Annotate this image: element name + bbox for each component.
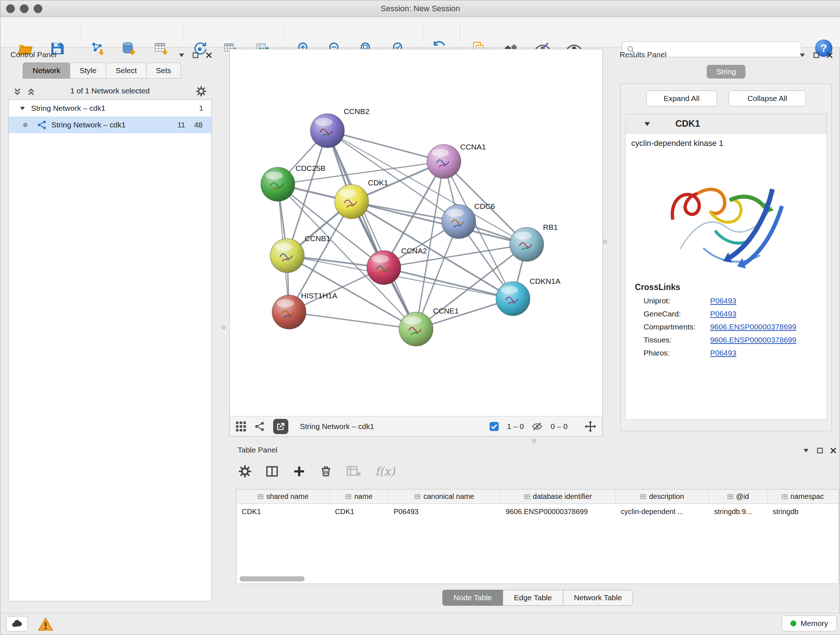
table-toolbar: f(x) [238, 460, 395, 483]
scrollbar-thumb[interactable] [240, 576, 305, 581]
panel-float-icon[interactable] [813, 52, 820, 59]
crosslink-label: Compartments: [644, 323, 710, 331]
gear-icon[interactable] [196, 86, 207, 97]
network-row-selected[interactable]: String Network – cdk1 11 48 [9, 117, 211, 133]
node-count: 11 [177, 120, 185, 129]
window-title: Session: New Session [0, 0, 840, 17]
splitter-handle[interactable] [603, 240, 607, 244]
edge-count: 48 [194, 120, 202, 129]
gene-section-header[interactable]: CDK1 [625, 114, 827, 134]
toolbar-separator [423, 22, 423, 42]
pan-crosshair-icon[interactable] [584, 420, 597, 432]
uniprot-link[interactable]: P06493 [710, 296, 736, 305]
collection-count: 1 [199, 104, 203, 112]
grid-view-icon[interactable] [235, 421, 246, 432]
window-minimize-button[interactable] [20, 4, 28, 13]
node-label: CDKN1A [530, 277, 561, 285]
column-header[interactable]: canonical name [388, 489, 501, 504]
pharos-link[interactable]: P06493 [710, 348, 736, 357]
panel-close-icon[interactable] [830, 447, 837, 454]
column-header[interactable]: description [616, 489, 709, 504]
cell-database-identifier[interactable]: 9606.ENSP00000378699 [501, 504, 616, 519]
node-label: CDC6 [474, 202, 495, 211]
crosslink-label: Tissues: [644, 336, 710, 344]
window-zoom-button[interactable] [34, 4, 42, 13]
tab-network[interactable]: Network [23, 63, 70, 79]
cell-description[interactable]: cyclin-dependent ... [616, 504, 709, 519]
toolbar-separator [182, 22, 183, 42]
tab-sets[interactable]: Sets [146, 63, 181, 79]
section-collapse-icon[interactable] [643, 119, 652, 128]
node-label: CCNA2 [401, 247, 427, 255]
protein-structure-image [657, 155, 795, 277]
control-panel-title: Control Panel [11, 50, 57, 59]
panel-collapse-icon[interactable] [178, 51, 186, 59]
network-collection-row[interactable]: String Network – cdk1 1 [9, 100, 211, 117]
collapse-all-button[interactable]: Collapse All [729, 90, 806, 106]
selected-checkbox-icon[interactable] [489, 421, 499, 432]
traffic-lights [6, 4, 42, 13]
node-label: CDK1 [368, 179, 388, 187]
table-row[interactable]: CDK1 CDK1 P06493 9606.ENSP00000378699 cy… [237, 504, 838, 519]
column-header[interactable]: @id [709, 489, 767, 504]
column-header[interactable]: name [330, 489, 388, 504]
string-tab-badge[interactable]: String [707, 65, 745, 79]
table-header-row: shared name name canonical name database… [237, 489, 838, 504]
toolbar-separator [460, 22, 460, 42]
node-label: CCNE1 [433, 307, 459, 315]
cell-id[interactable]: stringdb:9... [709, 504, 767, 519]
tree-expander-icon[interactable] [19, 105, 26, 112]
tab-node-table[interactable]: Node Table [442, 590, 503, 606]
network-edge [289, 312, 416, 329]
toolbar-separator [81, 22, 81, 42]
panel-float-icon[interactable] [192, 52, 199, 59]
column-header[interactable]: shared name [237, 489, 330, 504]
network-overview-icon[interactable] [254, 421, 265, 432]
panel-close-icon[interactable] [205, 52, 212, 59]
tab-style[interactable]: Style [70, 63, 106, 79]
warning-icon[interactable] [38, 617, 53, 632]
tab-select[interactable]: Select [106, 63, 147, 79]
panel-collapse-icon[interactable] [802, 447, 810, 454]
compartments-link[interactable]: 9606.ENSP00000378699 [710, 323, 796, 331]
cell-canonical-name[interactable]: P06493 [388, 504, 501, 519]
network-list: String Network – cdk1 1 String Network –… [8, 100, 212, 601]
node-table: shared name name canonical name database… [236, 489, 839, 584]
table-settings-gear-icon[interactable] [238, 465, 251, 478]
panel-float-icon[interactable] [816, 447, 823, 454]
table-panel: Table Panel f(x) shared name name canoni… [235, 444, 840, 614]
horizontal-scrollbar[interactable] [238, 576, 837, 581]
tissues-link[interactable]: 9606.ENSP00000378699 [710, 336, 796, 344]
delete-table-icon[interactable] [346, 465, 362, 478]
panel-close-icon[interactable] [826, 52, 833, 59]
detach-view-button[interactable] [273, 419, 288, 434]
column-header[interactable]: database identifier [501, 489, 616, 504]
gene-section: CDK1 cyclin-dependent kinase 1 [625, 114, 827, 420]
cell-name[interactable]: CDK1 [330, 504, 388, 519]
window-close-button[interactable] [6, 4, 15, 13]
memory-button[interactable]: Memory [782, 616, 837, 631]
node-label: CDC25B [295, 164, 325, 172]
expand-all-button[interactable]: Expand All [646, 90, 717, 106]
node-label: CCNB1 [305, 234, 330, 242]
function-builder-fx[interactable]: f(x) [375, 464, 395, 478]
splitter-handle[interactable] [222, 325, 226, 329]
add-column-plus-icon[interactable] [293, 465, 306, 478]
tab-edge-table[interactable]: Edge Table [503, 590, 563, 606]
network-view-title: String Network – cdk1 [300, 422, 374, 431]
network-canvas[interactable]: CCNB2CCNA1CDC25BCDK1CDC6RB1CCNB1CCNA2CDK… [230, 49, 602, 416]
show-columns-icon[interactable] [265, 464, 279, 478]
splitter-handle[interactable] [532, 439, 536, 443]
network-edge [327, 131, 416, 329]
panel-collapse-icon[interactable] [798, 51, 806, 59]
cloud-icon [11, 618, 23, 630]
genecard-link[interactable]: P06493 [710, 310, 736, 318]
delete-column-trash-icon[interactable] [319, 465, 332, 478]
cloud-button[interactable] [6, 616, 28, 631]
hidden-eye-slash-icon[interactable] [532, 421, 543, 432]
table-tabs: Node Table Edge Table Network Table [442, 590, 633, 606]
column-header[interactable]: namespac [767, 489, 838, 504]
cell-shared-name[interactable]: CDK1 [237, 504, 330, 519]
cell-namespace[interactable]: stringdb [767, 504, 838, 519]
tab-network-table[interactable]: Network Table [562, 590, 633, 606]
